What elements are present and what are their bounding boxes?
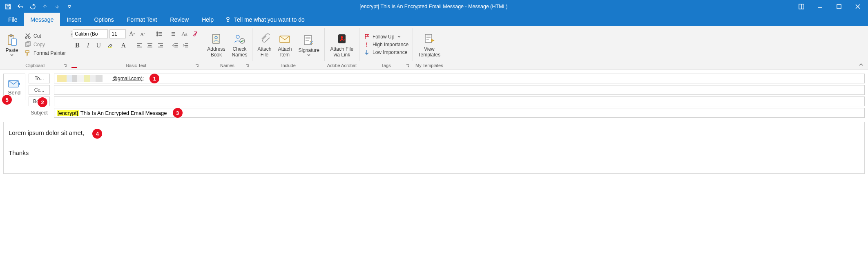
group-names: Address Book Check Names Names [202, 26, 252, 69]
bold-icon[interactable]: B [73, 41, 82, 50]
svg-point-12 [157, 35, 158, 36]
send-button[interactable]: Send 5 [3, 74, 25, 100]
underline-icon[interactable]: U [94, 41, 103, 50]
cc-field[interactable] [54, 85, 865, 95]
redo-icon[interactable] [27, 1, 38, 12]
group-label-clipboard: Clipboard [25, 63, 45, 68]
to-field[interactable]: @gmail.com); 1 [54, 74, 865, 83]
group-label-tags: Tags [381, 63, 390, 68]
annotation-5: 5 [2, 95, 12, 105]
svg-point-10 [157, 32, 158, 33]
names-launcher-icon[interactable] [245, 63, 250, 68]
decrease-indent-icon[interactable] [171, 41, 180, 50]
minimize-icon[interactable] [811, 0, 830, 13]
svg-rect-13 [108, 47, 112, 48]
to-email-suffix: @gmail.com); [112, 76, 144, 81]
tab-insert[interactable]: Insert [60, 13, 87, 26]
to-button[interactable]: To... [29, 74, 50, 83]
paste-icon [5, 34, 18, 47]
svg-point-2 [227, 17, 229, 20]
compose-header: Send 5 To... Cc... Bcc... Subject 2 @gma… [0, 70, 868, 120]
qat-customize-icon[interactable] [64, 1, 75, 12]
font-family-select[interactable] [73, 29, 108, 38]
group-label-basic-text: Basic Text [126, 63, 146, 68]
grow-font-icon[interactable]: A^ [127, 29, 136, 38]
align-right-icon[interactable] [156, 41, 165, 50]
group-include: Attach File Attach Item Signature Includ… [252, 26, 324, 69]
undo-icon[interactable] [15, 1, 26, 12]
low-importance-button[interactable]: Low Importance [362, 49, 410, 56]
italic-icon[interactable]: I [83, 41, 92, 50]
subject-field[interactable]: [encrypt] This Is An Encrypted Email Mes… [54, 108, 865, 118]
align-left-icon[interactable] [135, 41, 144, 50]
annotation-1: 1 [150, 74, 159, 83]
font-size-select[interactable] [109, 29, 126, 38]
tab-file[interactable]: File [2, 13, 24, 26]
subject-encrypt-tag: [encrypt] [57, 110, 79, 116]
title-bar: [encrypt] This Is An Encrypted Email Mes… [0, 0, 868, 13]
attach-item-button[interactable]: Attach Item [275, 31, 294, 58]
high-importance-button[interactable]: ! High Importance [362, 41, 410, 48]
svg-rect-1 [837, 4, 841, 9]
annotation-4: 4 [92, 129, 102, 139]
window-title: [encrypt] This Is An Encrypted Email Mes… [75, 4, 792, 9]
view-templates-button[interactable]: View Templates [416, 31, 443, 58]
paste-button[interactable]: Paste [2, 32, 21, 57]
close-icon[interactable] [848, 0, 867, 13]
tab-help[interactable]: Help [195, 13, 220, 26]
tab-format-text[interactable]: Format Text [120, 13, 164, 26]
clear-formatting-icon[interactable] [190, 29, 199, 38]
prev-item-icon [39, 1, 51, 12]
font-color-icon[interactable]: A [118, 41, 129, 50]
ribbon: Paste Cut Copy [0, 26, 868, 70]
signature-icon [302, 34, 315, 47]
collapse-ribbon-icon[interactable] [857, 62, 865, 67]
follow-up-button[interactable]: Follow Up [362, 33, 410, 40]
tags-launcher-icon[interactable] [405, 63, 410, 68]
tab-options[interactable]: Options [87, 13, 120, 26]
numbering-icon[interactable]: 123 [167, 29, 178, 38]
cc-button[interactable]: Cc... [29, 85, 50, 95]
tab-review[interactable]: Review [163, 13, 195, 26]
tab-message[interactable]: Message [24, 13, 60, 26]
signature-button[interactable]: Signature [296, 32, 321, 57]
flag-icon [364, 34, 370, 40]
align-center-icon[interactable] [145, 41, 154, 50]
font-dialog-icon[interactable]: Aa [180, 29, 189, 38]
check-names-icon [233, 32, 246, 45]
increase-indent-icon[interactable] [181, 41, 190, 50]
shrink-font-icon[interactable]: A˅ [138, 29, 147, 38]
group-clipboard: Paste Cut Copy [0, 26, 70, 69]
attach-via-link-button[interactable]: Attach File via Link [328, 31, 356, 58]
ribbon-display-options-icon[interactable] [792, 0, 811, 13]
tell-me-search[interactable]: Tell me what you want to do [220, 13, 305, 26]
body-line-2: Thanks [9, 149, 859, 156]
next-item-icon [51, 1, 63, 12]
arrow-down-icon [364, 49, 370, 56]
group-adobe-acrobat: Attach File via Link Adobe Acrobat [325, 26, 359, 69]
check-names-button[interactable]: Check Names [229, 31, 250, 58]
attach-item-icon [278, 32, 291, 45]
annotation-3: 3 [173, 108, 183, 118]
cut-button[interactable]: Cut [23, 32, 67, 40]
highlight-icon[interactable] [105, 41, 116, 50]
format-painter-button[interactable]: Format Painter [23, 49, 67, 57]
maximize-icon[interactable] [830, 0, 848, 13]
ribbon-tabs: File Message Insert Options Format Text … [0, 13, 868, 26]
svg-point-6 [25, 37, 27, 38]
svg-rect-5 [11, 39, 16, 45]
copy-button[interactable]: Copy [23, 40, 67, 49]
subject-label: Subject [29, 108, 50, 118]
message-body[interactable]: Lorem ipsum dolor sit amet, 4 Thanks [3, 122, 865, 174]
bullets-icon[interactable] [154, 29, 165, 38]
annotation-2: 2 [38, 97, 47, 107]
bcc-field[interactable] [54, 96, 865, 106]
address-book-button[interactable]: Address Book [205, 31, 228, 58]
save-icon[interactable] [2, 1, 14, 12]
attach-file-button[interactable]: Attach File [255, 31, 274, 58]
clipboard-launcher-icon[interactable] [62, 63, 67, 68]
group-basic-text: A^ A˅ 123 Aa B I U A [70, 26, 202, 69]
svg-point-16 [236, 35, 239, 38]
basic-text-launcher-icon[interactable] [194, 63, 199, 68]
group-my-templates: View Templates My Templates [413, 26, 446, 69]
